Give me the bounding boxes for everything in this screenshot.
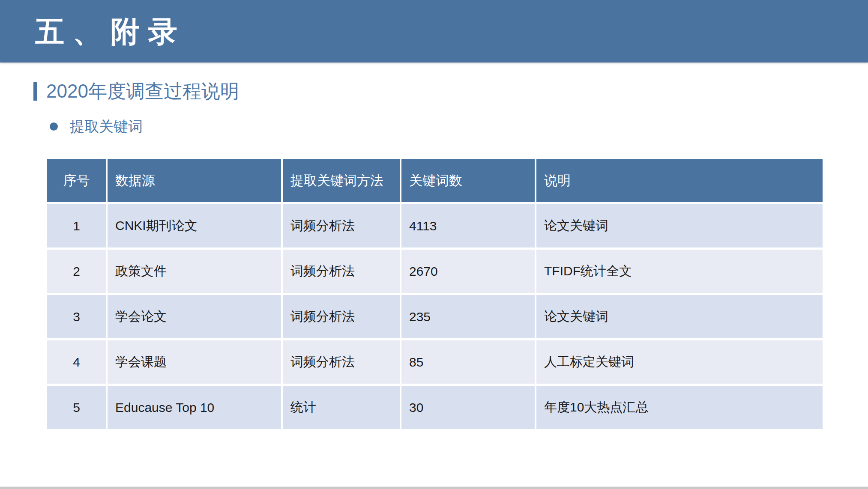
table-cell-note: 人工标定关键词 [536,340,823,384]
table-cell-method: 词频分析法 [283,204,400,247]
table-cell-source: 政策文件 [108,250,281,293]
accent-bar-icon [33,82,37,101]
bullet-dot-icon [50,122,58,131]
table-header-cell: 说明 [536,159,823,202]
table-header-cell: 关键词数 [401,159,535,202]
table-cell-note: 年度10大热点汇总 [536,386,823,429]
keywords-table: 序号 数据源 提取关键词方法 关键词数 说明 1 CNKI期刊论文 词频分析法 … [47,159,823,429]
table-cell-count: 4113 [401,204,535,247]
table-cell-no: 1 [47,204,106,247]
table-header-cell: 提取关键词方法 [283,159,400,202]
table-cell-method: 词频分析法 [283,250,400,293]
table-header-cell: 序号 [47,159,106,202]
table-cell-source: 学会课题 [108,340,281,384]
table-header-cell: 数据源 [108,159,281,202]
table-cell-method: 词频分析法 [283,340,400,384]
table-cell-note: TFIDF统计全文 [536,250,823,293]
section-title: 2020年度调查过程说明 [46,82,239,101]
table-cell-no: 4 [47,340,106,384]
title-band: 五、附录 [0,0,868,63]
table-cell-source: Educause Top 10 [108,386,281,429]
bottom-divider [0,486,868,489]
table-cell-note: 论文关键词 [536,295,823,338]
table-cell-source: CNKI期刊论文 [108,204,281,247]
bullet-row: 提取关键词 [50,118,143,135]
table-cell-count: 2670 [401,250,535,293]
table-cell-count: 30 [401,386,535,429]
table-cell-method: 词频分析法 [283,295,400,338]
section-header: 2020年度调查过程说明 [33,80,239,102]
page-title: 五、附录 [0,17,186,46]
table-cell-note: 论文关键词 [536,204,823,247]
table-cell-no: 2 [47,250,106,293]
table-cell-source: 学会论文 [108,295,281,338]
bullet-label: 提取关键词 [70,119,143,134]
table-cell-count: 85 [401,340,535,384]
table-cell-method: 统计 [283,386,400,429]
slide: 五、附录 2020年度调查过程说明 提取关键词 序号 数据源 提取关键词方法 关… [0,0,868,489]
table-cell-count: 235 [401,295,535,338]
table-cell-no: 3 [47,295,106,338]
table-cell-no: 5 [47,386,106,429]
